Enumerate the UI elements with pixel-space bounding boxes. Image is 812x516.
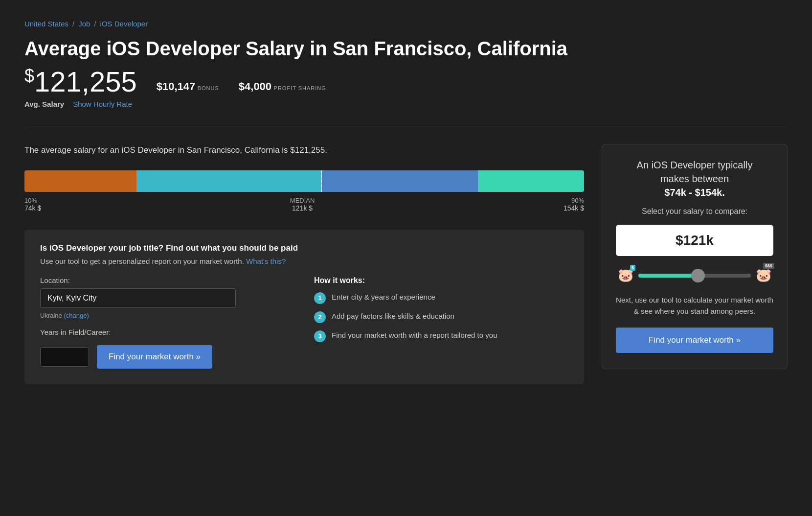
location-country: Ukraine (change) (40, 312, 294, 319)
right-panel-desc: Next, use our tool to calculate your mar… (616, 295, 773, 317)
bar-label-median: MEDIAN 121k $ (290, 197, 315, 212)
bonus-item: $10,147 BONUS (157, 80, 219, 93)
how-step-2: 2 Add pay factors like skills & educatio… (314, 311, 568, 323)
salary-bar-section: 10% 74k $ MEDIAN 121k $ 90% 154k $ (24, 170, 584, 212)
right-panel: An iOS Developer typicallymakes between … (602, 144, 788, 369)
avg-salary-label: Avg. Salary (24, 100, 64, 108)
find-market-worth-button[interactable]: Find your market worth » (97, 345, 212, 369)
piggy-high-icon: 🐷 $$$ (756, 268, 771, 283)
description-text: The average salary for an iOS Developer … (24, 144, 584, 157)
step-text-1: Enter city & years of experience (332, 292, 435, 302)
piggy-low-icon: 🐷 $ (618, 268, 633, 283)
breadcrumb-sep-2: / (94, 20, 96, 28)
salary-bar (24, 170, 584, 192)
breadcrumb-sep-1: / (72, 20, 74, 28)
cta-box: Is iOS Developer your job title? Find ou… (24, 230, 584, 384)
location-label: Location: (40, 276, 294, 284)
high-dollar-badge: $$$ (763, 263, 774, 269)
bonus-value: $10,147 (157, 80, 196, 93)
bar-median-line (321, 170, 322, 192)
breadcrumb-ios-developer[interactable]: iOS Developer (100, 20, 148, 28)
location-input[interactable] (40, 288, 236, 308)
salary-selector-box[interactable]: $121k (616, 225, 773, 256)
breadcrumb: United States / Job / iOS Developer (24, 20, 788, 28)
right-panel-subtitle: Select your salary to compare: (616, 207, 773, 216)
breadcrumb-united-states[interactable]: United States (24, 20, 68, 28)
slider-track[interactable] (638, 270, 751, 281)
bar-label-low: 10% 74k $ (24, 197, 41, 212)
profit-sharing-item: $4,000 PROFIT SHARING (239, 80, 326, 93)
bar-mid-left (136, 170, 321, 192)
bar-labels: 10% 74k $ MEDIAN 121k $ 90% 154k $ (24, 197, 584, 212)
years-label: Years in Field/Career: (40, 328, 294, 336)
cta-desc: Use our tool to get a personalized repor… (40, 257, 568, 265)
breadcrumb-job[interactable]: Job (78, 20, 90, 28)
bar-mid-right (321, 170, 477, 192)
slider-thumb[interactable] (691, 269, 705, 282)
step-num-1: 1 (314, 292, 326, 304)
divider (24, 126, 788, 126)
salary-slider[interactable]: 🐷 $ 🐷 $$$ (616, 268, 773, 283)
how-step-3: 3 Find your market worth with a report t… (314, 330, 568, 342)
right-panel-title: An iOS Developer typicallymakes between … (616, 158, 773, 199)
profit-sharing-value: $4,000 (239, 80, 271, 93)
slider-track-bg (638, 274, 751, 278)
step-text-3: Find your market worth with a report tai… (332, 330, 497, 340)
bar-high (478, 170, 584, 192)
salary-selector-value: $121k (676, 233, 714, 248)
show-hourly-rate-link[interactable]: Show Hourly Rate (73, 100, 132, 108)
profit-sharing-label: PROFIT SHARING (274, 85, 326, 91)
page-title: Average iOS Developer Salary in San Fran… (24, 37, 788, 60)
step-num-3: 3 (314, 330, 326, 342)
find-market-worth-right-button[interactable]: Find your market worth » (616, 328, 773, 353)
low-dollar-badge: $ (630, 265, 635, 271)
how-it-works-title: How it works: (314, 276, 568, 285)
bonus-label: BONUS (198, 85, 219, 91)
salary-dollar-sign: $ (24, 66, 34, 86)
step-num-2: 2 (314, 311, 326, 323)
change-location-link[interactable]: (change) (64, 312, 89, 319)
step-text-2: Add pay factors like skills & education (332, 311, 454, 321)
whats-this-link[interactable]: What's this? (246, 257, 286, 265)
cta-title: Is iOS Developer your job title? Find ou… (40, 243, 568, 253)
years-input[interactable] (40, 347, 89, 367)
bar-label-high: 90% 154k $ (564, 197, 584, 212)
avg-salary: $121,255 (24, 67, 137, 96)
bar-low (24, 170, 136, 192)
how-step-1: 1 Enter city & years of experience (314, 292, 568, 304)
